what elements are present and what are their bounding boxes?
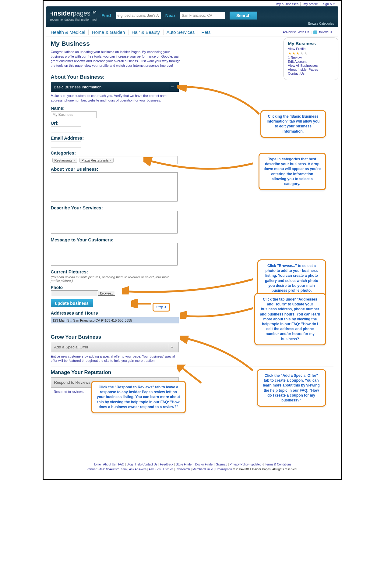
basic-info-help: Make sure your customers can reach you. …	[51, 94, 179, 102]
follow-us-link[interactable]: follow us	[318, 30, 333, 34]
accordion-special-offer-label: Add a Special Offer	[54, 345, 89, 349]
special-offer-help: Entice new customers by adding a special…	[51, 354, 179, 363]
pictures-hint: (You can upload multiple pictures, and d…	[51, 275, 179, 283]
footer-link[interactable]: MerchantCircle	[192, 468, 213, 471]
callout-categories: Type in categories that best describe yo…	[259, 153, 326, 190]
callout-respond-reviews: Click the "Respond to Reviews" tab to le…	[91, 381, 186, 413]
footer-link[interactable]: Urbanspoon	[215, 468, 232, 471]
nav-auto[interactable]: Auto Services	[164, 30, 199, 35]
intro-text: Congratulations on updating your busines…	[51, 50, 182, 68]
footer-link[interactable]: Doctor Finder	[195, 463, 214, 466]
describe-services-label: Describe Your Services:	[51, 205, 179, 210]
nav-hair-beauty[interactable]: Hair & Beauty	[129, 30, 164, 35]
minus-icon[interactable]: −	[169, 84, 176, 90]
footer-row-1: Home | About Us | FAQ | Blog | Help/Cont…	[47, 462, 338, 467]
tag-remove-icon[interactable]: ×	[110, 159, 111, 162]
sidebar-view-profile[interactable]: View Profile	[288, 47, 334, 51]
sidebar-view-all[interactable]: View All Businesses	[288, 64, 334, 67]
describe-services-textarea[interactable]	[51, 211, 178, 233]
current-pictures-label: Current Pictures:	[51, 269, 179, 274]
sidebar-title: My Business	[288, 41, 334, 46]
step-label: Step 3	[153, 303, 170, 312]
name-label: Name:	[51, 105, 179, 111]
address-row[interactable]: 123 Main St., San Francisco CA 94103 415…	[51, 317, 179, 323]
categories-label: Categories:	[51, 150, 179, 155]
category-tag: Pizza Restaurants×	[79, 158, 114, 163]
logo-tagline: recommendations that matter most	[50, 18, 97, 21]
sidebar-one-review[interactable]: 1 Review	[288, 56, 334, 59]
accordion-special-offer[interactable]: Add a Special Offer +	[51, 342, 179, 352]
footer-link[interactable]: Help/Contact Us	[135, 463, 157, 466]
footer: Home | About Us | FAQ | Blog | Help/Cont…	[47, 462, 338, 472]
footer-link[interactable]: Blog	[127, 463, 133, 466]
plus-icon[interactable]: +	[169, 344, 175, 350]
footer-link[interactable]: Feedback	[160, 463, 173, 466]
url-input[interactable]	[51, 126, 81, 133]
link-sign-out[interactable]: sign out	[321, 2, 336, 6]
footer-link[interactable]: Home	[93, 463, 101, 466]
categories-input[interactable]: Restaurants× Pizza Restaurants×	[51, 156, 178, 164]
find-label: Find	[101, 13, 111, 18]
footer-link[interactable]: Terms & Conditions	[265, 463, 291, 466]
search-button[interactable]: Search	[230, 12, 257, 20]
name-input[interactable]	[51, 111, 97, 118]
footer-link[interactable]: Citysearch	[176, 468, 190, 471]
footer-link[interactable]: Ask Answers	[129, 468, 146, 471]
main-nav: Health & Medical Home & Garden Hair & Be…	[46, 27, 338, 37]
email-label: Email Address:	[51, 135, 179, 141]
tag-remove-icon[interactable]: ×	[73, 159, 75, 162]
logo[interactable]: ·insiderpages™ recommendations that matt…	[50, 9, 97, 21]
sidebar-edit-account[interactable]: Edit Account	[288, 60, 334, 63]
nav-pets[interactable]: Pets	[198, 30, 213, 35]
near-label: Near	[165, 13, 175, 18]
accordion-respond-label: Respond to Reviews	[54, 380, 90, 385]
header: ·insiderpages™ recommendations that matt…	[46, 6, 338, 27]
top-links: my businesses my profile sign out	[44, 1, 341, 6]
sidebar-contact[interactable]: Contact Us	[288, 72, 334, 75]
nav-home-garden[interactable]: Home & Garden	[89, 30, 129, 35]
twitter-icon[interactable]	[313, 30, 317, 34]
footer-link[interactable]: About Us	[103, 463, 116, 466]
accordion-basic-info[interactable]: Basic Business Information −	[51, 82, 179, 92]
my-business-sidebar: My Business View Profile ★★★★★ 1 Review …	[284, 37, 338, 80]
business-form: Name: Url: Email Address: Categories: Re…	[51, 105, 179, 323]
browse-categories-link[interactable]: Browse Categories	[308, 22, 334, 25]
callout-addresses: Click the tab under "Addresses and Hours…	[254, 293, 326, 345]
browse-button[interactable]: Browse..	[98, 291, 115, 296]
star-rating: ★★★★★	[288, 51, 334, 55]
link-my-businesses[interactable]: my businesses	[274, 2, 301, 6]
link-my-profile[interactable]: my profile	[301, 2, 320, 6]
callout-browse: Click "Browse..." to select a photo to a…	[257, 259, 326, 297]
nav-health[interactable]: Health & Medical	[51, 30, 89, 35]
message-customers-textarea[interactable]	[51, 243, 178, 265]
email-input[interactable]	[51, 141, 81, 148]
callout-basic-info: Clicking the "Basic Business Information…	[260, 110, 326, 138]
message-customers-label: Message to Your Customers:	[51, 237, 179, 242]
about-business-textarea[interactable]	[51, 172, 178, 201]
content: My Business View Profile ★★★★★ 1 Review …	[46, 37, 338, 458]
footer-link[interactable]: Ask Kids	[149, 468, 161, 471]
category-tag: Restaurants×	[52, 158, 78, 163]
find-input[interactable]	[115, 12, 161, 19]
footer-link[interactable]: Sitemap	[216, 463, 227, 466]
arrow-icon	[180, 307, 256, 319]
sidebar-about-ip[interactable]: About Insider Pages	[288, 68, 334, 71]
footer-link[interactable]: Store Finder	[176, 463, 192, 466]
callout-special-offer: Click the "Add a Special Offer" tab to c…	[257, 369, 326, 407]
near-input[interactable]	[180, 12, 225, 19]
footer-link[interactable]: MyAutismTeam	[106, 468, 127, 471]
about-business-label: About Your Business:	[51, 166, 179, 172]
url-label: Url:	[51, 120, 179, 126]
photo-label: Photo	[51, 285, 179, 290]
arrow-icon	[177, 85, 262, 119]
footer-link[interactable]: Life123	[163, 468, 173, 471]
footer-row-2: Partner Sites: MyAutismTeam | Ask Answer…	[47, 467, 338, 472]
update-business-button[interactable]: update business	[51, 299, 93, 307]
photo-path-field	[51, 290, 98, 296]
footer-link[interactable]: Privacy Policy (updated)	[230, 463, 262, 466]
footer-link[interactable]: FAQ	[118, 463, 124, 466]
accordion-basic-label: Basic Business Information	[54, 85, 102, 89]
advertise-link[interactable]: Advertise With Us	[283, 30, 310, 34]
